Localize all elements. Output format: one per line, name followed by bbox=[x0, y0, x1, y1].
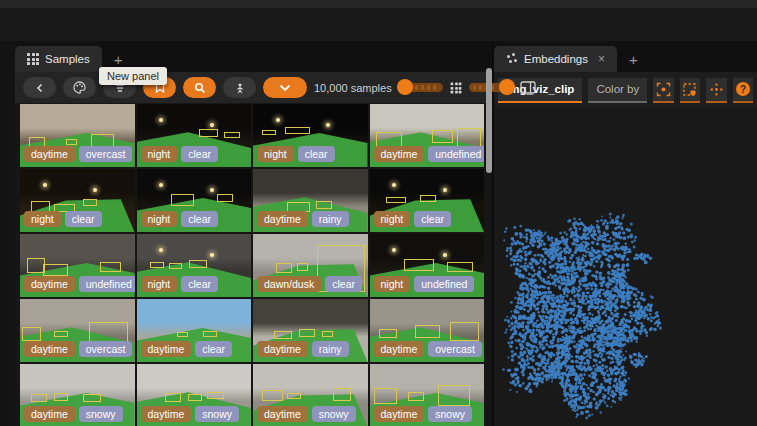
sample-thumbnail[interactable]: daytimesnowy bbox=[370, 364, 485, 426]
detection-bbox bbox=[100, 262, 121, 272]
weather-tag: snowy bbox=[79, 406, 123, 422]
street-light bbox=[43, 183, 47, 187]
tag-row: nightclear bbox=[24, 211, 102, 227]
close-tab-icon[interactable]: × bbox=[598, 52, 605, 66]
scene-tag: night bbox=[257, 146, 294, 162]
window-top-strip bbox=[0, 0, 757, 8]
slider-knob[interactable] bbox=[499, 79, 515, 95]
weather-tag: clear bbox=[181, 146, 218, 162]
add-panel-button-right[interactable]: + bbox=[617, 51, 650, 72]
scene-tag: daytime bbox=[24, 146, 75, 162]
tag-row: daytimeovercast bbox=[24, 341, 132, 357]
sample-thumbnail[interactable]: daytimesnowy bbox=[20, 364, 135, 426]
grid-zoom-slider[interactable] bbox=[399, 83, 443, 92]
scene-tag: night bbox=[141, 211, 178, 227]
weather-tag: undefined bbox=[414, 276, 474, 292]
sample-thumbnail[interactable]: daytimeovercast bbox=[20, 299, 135, 362]
detection-bbox bbox=[438, 385, 470, 405]
samples-grid-wrap: daytimeovercastnightclearnightcleardayti… bbox=[15, 103, 492, 426]
color-by-dropdown[interactable]: Color by bbox=[588, 78, 647, 103]
sample-thumbnail[interactable]: nightundefined bbox=[370, 234, 485, 297]
back-button[interactable] bbox=[23, 77, 56, 98]
detection-bbox bbox=[217, 194, 233, 202]
lasso-select-button[interactable] bbox=[680, 78, 700, 103]
pan-icon bbox=[709, 82, 724, 97]
detection-bbox bbox=[404, 259, 434, 270]
detection-bbox bbox=[274, 331, 292, 340]
scene-tag: daytime bbox=[257, 341, 308, 357]
grid-icon bbox=[27, 53, 39, 65]
tab-embeddings-label: Embeddings bbox=[524, 53, 588, 65]
detection-bbox bbox=[169, 263, 183, 269]
chevron-down-icon bbox=[279, 84, 291, 92]
tab-samples[interactable]: Samples bbox=[15, 46, 102, 72]
sample-thumbnail[interactable]: daytimeovercast bbox=[370, 299, 485, 362]
scene-tag: dawn/dusk bbox=[257, 276, 321, 292]
chevron-left-icon bbox=[35, 83, 45, 93]
weather-tag: snowy bbox=[428, 406, 472, 422]
color-settings-button[interactable] bbox=[63, 77, 96, 98]
samples-scrollbar-thumb[interactable] bbox=[486, 68, 492, 173]
slider-track bbox=[473, 85, 497, 90]
detection-bbox bbox=[450, 322, 480, 341]
crop-to-content-button[interactable] bbox=[653, 78, 673, 103]
sample-thumbnail[interactable]: daytimeclear bbox=[137, 299, 252, 362]
tab-samples-label: Samples bbox=[45, 53, 90, 65]
tag-row: daytimeovercast bbox=[24, 146, 132, 162]
tag-row: daytimeovercast bbox=[374, 341, 482, 357]
tag-row: daytimerainy bbox=[257, 211, 349, 227]
pan-button[interactable] bbox=[706, 78, 726, 103]
scene-tag: daytime bbox=[374, 146, 425, 162]
scene-tag: night bbox=[141, 146, 178, 162]
embeddings-scatter[interactable] bbox=[494, 108, 757, 424]
weather-tag: clear bbox=[298, 146, 335, 162]
detection-bbox bbox=[199, 129, 217, 137]
sample-thumbnail[interactable]: daytimesnowy bbox=[137, 364, 252, 426]
sample-thumbnail[interactable]: nightclear bbox=[370, 169, 485, 232]
sample-thumbnail[interactable]: nightclear bbox=[137, 234, 252, 297]
slider-knob[interactable] bbox=[397, 79, 413, 95]
sample-thumbnail[interactable]: daytimesnowy bbox=[253, 364, 368, 426]
weather-tag: snowy bbox=[195, 406, 239, 422]
detection-bbox bbox=[66, 139, 77, 145]
detection-bbox bbox=[54, 331, 68, 337]
scene-tag: night bbox=[374, 211, 411, 227]
detection-bbox bbox=[299, 329, 315, 337]
sample-thumbnail[interactable]: daytimeovercast bbox=[20, 104, 135, 167]
street-light bbox=[276, 118, 280, 122]
street-light bbox=[392, 248, 396, 252]
sample-thumbnail[interactable]: nightclear bbox=[20, 169, 135, 232]
palette-icon bbox=[73, 81, 86, 94]
detection-bbox bbox=[333, 388, 351, 401]
sample-thumbnail[interactable]: dawn/duskclear bbox=[253, 234, 368, 297]
sample-thumbnail[interactable]: daytimerainy bbox=[253, 169, 368, 232]
detection-bbox bbox=[316, 201, 332, 210]
detection-bbox bbox=[203, 331, 217, 337]
scene-tag: daytime bbox=[257, 406, 308, 422]
sample-thumbnail[interactable]: daytimerainy bbox=[253, 299, 368, 362]
detection-bbox bbox=[285, 127, 310, 135]
expand-actions-button[interactable] bbox=[263, 77, 307, 98]
sample-thumbnail[interactable]: nightclear bbox=[137, 104, 252, 167]
tab-embeddings[interactable]: Embeddings × bbox=[494, 46, 617, 72]
sample-thumbnail[interactable]: nightclear bbox=[253, 104, 368, 167]
search-button[interactable] bbox=[183, 77, 216, 98]
tag-row: nightclear bbox=[141, 211, 219, 227]
sample-thumbnail[interactable]: daytimeundefined bbox=[370, 104, 485, 167]
embeddings-plot[interactable] bbox=[494, 108, 757, 426]
detection-bbox bbox=[408, 392, 424, 401]
sample-thumbnail[interactable]: daytimeundefined bbox=[20, 234, 135, 297]
street-light bbox=[210, 253, 214, 257]
detection-bbox bbox=[322, 331, 333, 337]
help-button[interactable]: ? bbox=[733, 78, 753, 103]
group-by-button[interactable] bbox=[223, 77, 256, 98]
sample-thumbnail[interactable]: nightclear bbox=[137, 169, 252, 232]
detection-bbox bbox=[150, 262, 164, 268]
weather-tag: snowy bbox=[312, 406, 356, 422]
weather-tag: clear bbox=[181, 211, 218, 227]
samples-panel: Samples + bbox=[0, 42, 492, 426]
toggle-sidebar-icon[interactable] bbox=[520, 81, 536, 94]
sample-count: 10,000 samples bbox=[314, 82, 392, 94]
tag-row: daytimeundefined bbox=[374, 146, 485, 162]
detection-bbox bbox=[415, 325, 440, 338]
